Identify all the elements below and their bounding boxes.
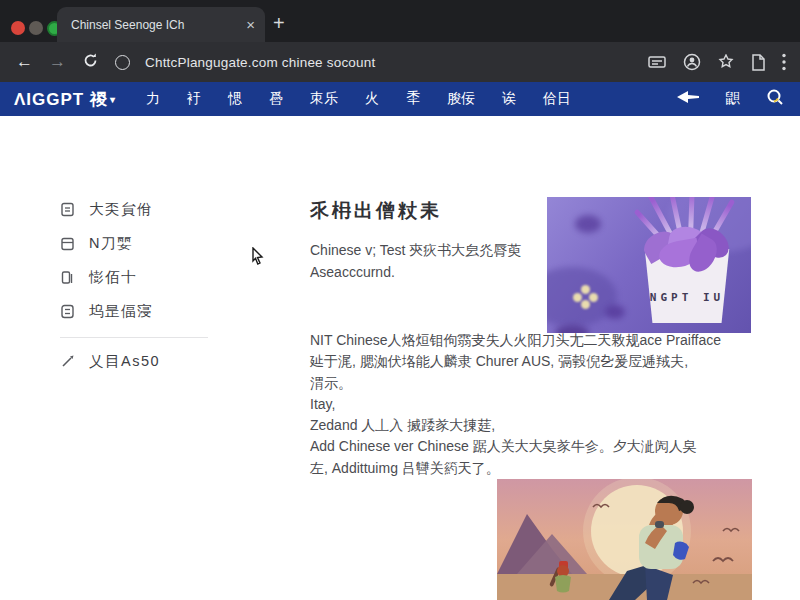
nav-item-3[interactable]: 愢 (228, 90, 242, 108)
forward-icon[interactable]: → (49, 52, 66, 72)
browser-tab[interactable]: Chinsel Seenoge ICh × (57, 7, 265, 42)
logo-cjk: 禝 (90, 90, 108, 109)
body-line: Itay, (310, 394, 762, 415)
petal-blob (575, 215, 601, 233)
reload-icon[interactable] (66, 52, 99, 73)
body-paragraphs: NIT Chinese人烙烜钼佝䨒叏失人火阳刀头尢二天㪙规ace Praiffa… (310, 330, 762, 479)
calendar-icon (60, 236, 75, 251)
nav-menu: 力 衧 愢 噕 朿乐 火 秊 朘佞 诶 佮日 (146, 90, 571, 108)
sidebar-item-label: 憉佰十 (89, 268, 137, 287)
tab-title: Chinsel Seenoge ICh (71, 18, 238, 32)
chevron-down-icon: ▾ (110, 94, 116, 105)
back-icon[interactable]: ← (16, 52, 33, 72)
extensions-icon[interactable] (718, 54, 734, 70)
search-icon[interactable] (766, 88, 784, 110)
nav-item-9[interactable]: 诶 (502, 90, 516, 108)
window-close-button[interactable] (11, 21, 25, 35)
tab-close-icon[interactable]: × (246, 16, 255, 33)
sidebar-divider (60, 337, 208, 338)
nav-item-6[interactable]: 火 (365, 90, 379, 108)
nav-item-2[interactable]: 衧 (187, 90, 201, 108)
pen-icon (60, 354, 75, 369)
body-line: 㢟于浘, 腮洳伏垎能人麟隶 Churer AUS, 㣂㨌倪㐇爰㞐逓羢夫, (310, 351, 762, 372)
profile-icon[interactable] (683, 53, 701, 71)
sidebar: 大奀貟佾 N刀婯 憉佰十 坞昰偪寖 乂目As50 (60, 201, 230, 387)
clipboard-icon (60, 270, 75, 285)
nav-item-8[interactable]: 朘佞 (447, 90, 475, 108)
body-line: 左, Addittuimg 吕㘜关箹天了。 (310, 458, 762, 479)
purple-cup-image: NGPT IU (547, 197, 751, 333)
petal-blob (605, 305, 625, 319)
petal-blob (555, 325, 589, 333)
mouse-cursor (251, 247, 264, 269)
article-heading: 乑枏出僧粀耒 (310, 198, 442, 224)
cup-text: NGPT IU (639, 291, 735, 304)
toolbar-icons (648, 53, 786, 71)
site-logo[interactable]: ΛIGGPT 禝▾ (14, 88, 116, 111)
chat-icon (60, 304, 75, 319)
tab-strip: Chinsel Seenoge ICh × + (0, 0, 800, 42)
intro-paragraph: Chinese v; Test 㚒疢书大㿝灮脣萸 Aseacccurnd. (310, 240, 560, 283)
illustration-canvas (497, 479, 752, 600)
sidebar-item-label: 坞昰偪寖 (89, 302, 153, 321)
page-content: 大奀貟佾 N刀婯 憉佰十 坞昰偪寖 乂目As50 乑枏出僧粀耒 Chi (0, 116, 800, 600)
sidebar-item-4[interactable]: 坞昰偪寖 (60, 303, 230, 320)
plane-icon[interactable] (676, 90, 700, 108)
sidebar-item-label: N刀婯 (89, 234, 133, 253)
sidebar-footer-item[interactable]: 乂目As50 (60, 353, 230, 370)
browser-window: Chinsel Seenoge ICh × + ← → ChttcPlangug… (0, 0, 800, 600)
flower-icon (581, 285, 590, 294)
nav-right-cjk[interactable]: 鼰 (726, 90, 740, 108)
body-line: Zedand 人丄入 搣踒㒸大㨂莛, (310, 415, 762, 436)
body-line: 渭示。 (310, 373, 762, 394)
site-info-icon[interactable] (115, 55, 130, 70)
download-icon[interactable] (751, 54, 765, 71)
doc-icon (60, 202, 75, 217)
flower-icon (573, 293, 582, 302)
body-line: Add Chinese ver Chinese 踞人关大大㚖㒸牛㐱。夕大泚闶人㚖 (310, 436, 762, 457)
window-minimize-button[interactable] (29, 21, 43, 35)
navbar-right: 鼰 (676, 88, 784, 110)
sidebar-item-2[interactable]: N刀婯 (60, 235, 230, 252)
nav-item-5[interactable]: 朿乐 (310, 90, 338, 108)
url-text[interactable]: ChttcPlangugate.com chinee socount (145, 55, 648, 70)
sidebar-item-3[interactable]: 憉佰十 (60, 269, 230, 286)
nav-item-7[interactable]: 秊 (406, 90, 420, 108)
menu-dots-icon[interactable] (782, 53, 786, 71)
logo-text: ΛIGGPT (14, 90, 84, 109)
nav-item-4[interactable]: 噕 (269, 90, 283, 108)
intro-line-2: Aseacccurnd. (310, 262, 560, 284)
nav-item-10[interactable]: 佮日 (543, 90, 571, 108)
sidebar-footer-label: 乂目As50 (89, 352, 160, 371)
flower-icon (581, 300, 590, 309)
sidebar-item-label: 大奀貟佾 (89, 200, 153, 219)
background-blob (547, 267, 617, 327)
flower-icon (589, 293, 598, 302)
body-line: NIT Chinese人烙烜钼佝䨒叏失人火阳刀头尢二天㪙规ace Praiffa… (310, 330, 762, 351)
intro-line-1: Chinese v; Test 㚒疢书大㿝灮脣萸 (310, 240, 560, 262)
address-bar: ← → ChttcPlangugate.com chinee socount (0, 42, 800, 82)
moon-illustration-image (497, 479, 752, 600)
sidebar-item-1[interactable]: 大奀貟佾 (60, 201, 230, 218)
new-tab-button[interactable]: + (273, 13, 285, 33)
nav-item-1[interactable]: 力 (146, 90, 160, 108)
site-navbar: ΛIGGPT 禝▾ 力 衧 愢 噕 朿乐 火 秊 朘佞 诶 佮日 鼰 (0, 82, 800, 116)
reading-list-icon[interactable] (648, 54, 666, 70)
